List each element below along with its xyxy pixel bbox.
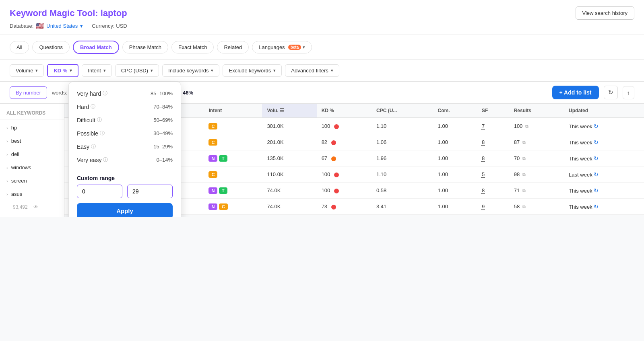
results-icon: ⧉ <box>522 204 526 209</box>
filter-intent[interactable]: Intent ▾ <box>82 64 112 77</box>
kd-cell: 73 <box>317 199 372 215</box>
filter-kd[interactable]: KD % ▾ <box>47 64 78 77</box>
kd-dot-icon <box>334 189 339 193</box>
sidebar-item-best[interactable]: › best <box>0 134 64 148</box>
refresh-button[interactable]: ↻ <box>604 86 618 99</box>
kd-max-input[interactable] <box>127 185 173 198</box>
eye-icon[interactable]: 👁 <box>33 204 38 210</box>
refresh-row-button[interactable]: ↻ <box>594 123 599 129</box>
kd-option-difficult[interactable]: Difficult ⓘ 50–69% <box>69 113 181 127</box>
tab-phrase-match[interactable]: Phrase Match <box>122 41 168 53</box>
kd-option-easy[interactable]: Easy ⓘ 15–29% <box>69 140 181 153</box>
kd-dot-icon <box>331 140 336 145</box>
filter-exclude[interactable]: Exclude keywords ▾ <box>223 64 282 77</box>
export-button[interactable]: ↑ <box>623 86 635 99</box>
com-cell: 1.00 <box>433 150 477 166</box>
volume-cell: 301.0K <box>262 118 316 134</box>
kd-easy-range: 15–29% <box>153 144 173 150</box>
kd-option-hard[interactable]: Hard ⓘ 70–84% <box>69 100 181 113</box>
intent-badge: N <box>208 155 217 162</box>
kd-min-input[interactable] <box>77 185 122 198</box>
sidebar-item-asus[interactable]: › asus <box>0 187 64 201</box>
volume-cell: 110.0K <box>262 166 316 183</box>
col-volume[interactable]: Volu. ☰ <box>262 104 316 118</box>
filter-cpc[interactable]: CPC (USD) ▾ <box>115 64 159 77</box>
sidebar-header: All keywords <box>0 107 64 119</box>
tab-broad-match[interactable]: Broad Match <box>73 41 119 54</box>
kd-hard-label: Hard <box>77 104 89 110</box>
com-cell: 1.00 <box>433 118 477 134</box>
col-cpc[interactable]: CPC (U... <box>372 104 433 118</box>
sf-value: 5 <box>482 171 485 177</box>
updated-cell: Last week ↻ <box>564 166 644 183</box>
by-number-button[interactable]: By number <box>10 86 47 99</box>
kd-dot-icon <box>331 156 336 161</box>
chevron-down-icon[interactable]: ▾ <box>80 23 83 29</box>
col-com[interactable]: Com. <box>433 104 477 118</box>
tab-all[interactable]: All <box>10 41 29 53</box>
sf-cell: 5 <box>477 166 509 183</box>
tab-questions[interactable]: Questions <box>32 41 70 53</box>
col-sf[interactable]: SF <box>477 104 509 118</box>
sf-value: 8 <box>482 155 485 161</box>
sidebar-item-windows[interactable]: › windows <box>0 161 64 174</box>
filter-volume[interactable]: Volume ▾ <box>10 64 44 77</box>
kd-option-possible[interactable]: Possible ⓘ 30–49% <box>69 127 181 140</box>
sidebar-item-hp[interactable]: › hp <box>0 121 64 134</box>
results-icon: ⧉ <box>522 188 526 193</box>
updated-cell: This week ↻ <box>564 183 644 199</box>
updated-cell: This week ↻ <box>564 134 644 150</box>
languages-chevron-icon: ▾ <box>303 45 305 50</box>
col-results[interactable]: Results <box>509 104 564 118</box>
kd-very-hard-range: 85–100% <box>151 90 173 97</box>
results-cell: 100 ⧉ <box>509 118 564 134</box>
refresh-row-button[interactable]: ↻ <box>594 139 599 146</box>
sf-value: 8 <box>482 187 485 193</box>
kd-easy-label: Easy <box>77 144 89 150</box>
filter-advanced[interactable]: Advanced filters ▾ <box>285 64 339 77</box>
sidebar-item-screen[interactable]: › screen <box>0 174 64 187</box>
col-intent[interactable]: Intent <box>204 104 262 118</box>
col-updated[interactable]: Updated <box>564 104 644 118</box>
view-history-button[interactable]: View search history <box>576 6 634 20</box>
exclude-chevron-icon: ▾ <box>273 68 276 73</box>
intent-cell: N T <box>204 183 262 199</box>
col-kd[interactable]: KD % <box>317 104 372 118</box>
kd-cell: 82 <box>317 134 372 150</box>
intent-badge: T <box>219 155 227 162</box>
chevron-right-icon: › <box>6 179 8 183</box>
add-to-list-button[interactable]: + Add to list <box>552 86 599 99</box>
refresh-row-button[interactable]: ↻ <box>594 203 599 210</box>
cpc-cell: 1.06 <box>372 134 433 150</box>
database-link[interactable]: United States <box>46 23 78 29</box>
keyword-sidebar: All keywords › hp › best › dell › window… <box>0 104 64 217</box>
subtitle: Database: 🇺🇸 United States ▾ Currency: U… <box>10 22 634 30</box>
refresh-row-button[interactable]: ↻ <box>594 171 599 178</box>
sidebar-item-dell[interactable]: › dell <box>0 148 64 161</box>
tab-languages[interactable]: Languages beta ▾ <box>252 41 312 53</box>
intent-badge: N <box>208 203 217 210</box>
sf-value: 9 <box>482 203 485 210</box>
filter-include[interactable]: Include keywords ▾ <box>162 64 219 77</box>
intent-chevron-icon: ▾ <box>103 68 106 73</box>
refresh-row-button[interactable]: ↻ <box>594 155 599 162</box>
tab-related[interactable]: Related <box>217 41 249 53</box>
sidebar-label-screen: screen <box>11 178 27 184</box>
volume-cell: 135.0K <box>262 150 316 166</box>
beta-badge: beta <box>288 45 301 50</box>
sf-cell: 7 <box>477 118 509 134</box>
kd-possible-range: 30–49% <box>153 130 173 136</box>
com-cell: 1.00 <box>433 183 477 199</box>
kd-apply-button[interactable]: Apply <box>77 203 173 217</box>
kd-chevron-icon: ▾ <box>70 68 72 73</box>
volume-label: Volume <box>16 68 33 74</box>
cpc-chevron-icon: ▾ <box>151 68 153 73</box>
refresh-row-button[interactable]: ↻ <box>594 187 599 194</box>
tab-exact-match[interactable]: Exact Match <box>171 41 214 53</box>
kd-difficult-label: Difficult <box>77 117 95 123</box>
sidebar-label-windows: windows <box>11 164 31 170</box>
sf-cell: 8 <box>477 150 509 166</box>
kd-option-very-hard[interactable]: Very hard ⓘ 85–100% <box>69 87 181 100</box>
kd-option-very-easy[interactable]: Very easy ⓘ 0–14% <box>69 153 181 166</box>
results-cell: 71 ⧉ <box>509 183 564 199</box>
